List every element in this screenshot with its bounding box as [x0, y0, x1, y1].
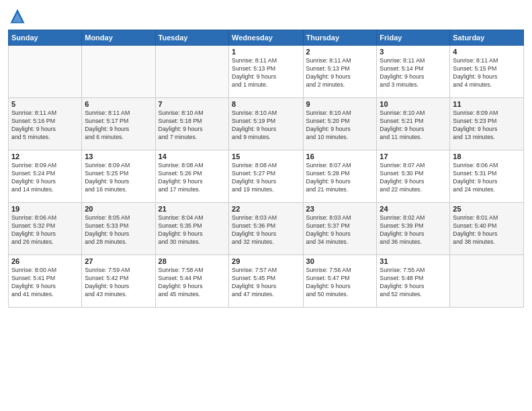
day-info: Sunrise: 8:11 AMSunset: 5:15 PMDaylight:…: [453, 57, 521, 89]
day-number: 11: [453, 100, 521, 108]
day-info: Sunrise: 8:09 AMSunset: 5:24 PMDaylight:…: [11, 162, 79, 194]
day-number: 24: [380, 205, 447, 213]
day-info: Sunrise: 8:09 AMSunset: 5:23 PMDaylight:…: [453, 109, 521, 142]
calendar-cell: 11Sunrise: 8:09 AMSunset: 5:23 PMDayligh…: [450, 98, 524, 150]
day-info: Sunrise: 7:59 AMSunset: 5:42 PMDaylight:…: [85, 267, 152, 299]
calendar-cell: 14Sunrise: 8:08 AMSunset: 5:26 PMDayligh…: [155, 150, 228, 203]
day-number: 18: [453, 152, 521, 161]
day-info: Sunrise: 7:55 AMSunset: 5:48 PMDaylight:…: [380, 267, 447, 299]
page-container: SundayMondayTuesdayWednesdayThursdayFrid…: [0, 0, 532, 313]
day-number: 25: [453, 205, 521, 213]
calendar-cell: 4Sunrise: 8:11 AMSunset: 5:15 PMDaylight…: [450, 46, 524, 98]
calendar-cell: 6Sunrise: 8:11 AMSunset: 5:17 PMDaylight…: [82, 98, 155, 150]
calendar-cell: 18Sunrise: 8:06 AMSunset: 5:31 PMDayligh…: [450, 150, 524, 203]
day-number: 23: [306, 205, 374, 213]
calendar-cell: 17Sunrise: 8:07 AMSunset: 5:30 PMDayligh…: [377, 150, 450, 203]
day-number: 15: [232, 152, 300, 161]
day-info: Sunrise: 8:06 AMSunset: 5:32 PMDaylight:…: [11, 214, 79, 246]
day-number: 1: [232, 48, 300, 56]
day-number: 13: [85, 152, 152, 161]
day-info: Sunrise: 8:10 AMSunset: 5:18 PMDaylight:…: [159, 109, 226, 142]
day-info: Sunrise: 8:05 AMSunset: 5:33 PMDaylight:…: [85, 214, 152, 246]
weekday-header-saturday: Saturday: [450, 30, 524, 46]
day-number: 8: [232, 100, 300, 108]
calendar-cell: [155, 46, 228, 98]
day-number: 31: [380, 257, 447, 265]
calendar-cell: 5Sunrise: 8:11 AMSunset: 5:16 PMDaylight…: [9, 98, 82, 150]
day-number: 10: [380, 100, 447, 108]
calendar-week-row: 26Sunrise: 8:00 AMSunset: 5:41 PMDayligh…: [9, 255, 524, 308]
day-info: Sunrise: 7:57 AMSunset: 5:45 PMDaylight:…: [232, 267, 300, 299]
calendar-cell: 7Sunrise: 8:10 AMSunset: 5:18 PMDaylight…: [155, 98, 228, 150]
day-number: 5: [11, 100, 79, 108]
calendar-cell: 22Sunrise: 8:03 AMSunset: 5:36 PMDayligh…: [229, 203, 303, 255]
day-info: Sunrise: 8:00 AMSunset: 5:41 PMDaylight:…: [11, 267, 79, 299]
calendar-cell: 19Sunrise: 8:06 AMSunset: 5:32 PMDayligh…: [9, 203, 82, 255]
day-info: Sunrise: 8:02 AMSunset: 5:39 PMDaylight:…: [380, 214, 447, 246]
day-number: 14: [159, 152, 226, 161]
weekday-header-wednesday: Wednesday: [229, 30, 303, 46]
header: [8, 7, 524, 26]
logo-icon: [8, 7, 27, 26]
day-info: Sunrise: 8:10 AMSunset: 5:21 PMDaylight:…: [380, 109, 447, 142]
day-info: Sunrise: 8:10 AMSunset: 5:19 PMDaylight:…: [232, 109, 300, 142]
weekday-header-thursday: Thursday: [303, 30, 377, 46]
calendar-cell: 26Sunrise: 8:00 AMSunset: 5:41 PMDayligh…: [9, 255, 82, 308]
calendar-week-row: 19Sunrise: 8:06 AMSunset: 5:32 PMDayligh…: [9, 203, 524, 255]
day-info: Sunrise: 8:06 AMSunset: 5:31 PMDaylight:…: [453, 162, 521, 194]
day-number: 20: [85, 205, 152, 213]
calendar-week-row: 1Sunrise: 8:11 AMSunset: 5:13 PMDaylight…: [9, 46, 524, 98]
calendar-cell: 3Sunrise: 8:11 AMSunset: 5:14 PMDaylight…: [377, 46, 450, 98]
weekday-header-monday: Monday: [82, 30, 155, 46]
calendar-cell: 1Sunrise: 8:11 AMSunset: 5:13 PMDaylight…: [229, 46, 303, 98]
day-number: 17: [380, 152, 447, 161]
calendar-cell: 25Sunrise: 8:01 AMSunset: 5:40 PMDayligh…: [450, 203, 524, 255]
day-info: Sunrise: 8:11 AMSunset: 5:13 PMDaylight:…: [232, 57, 300, 89]
weekday-header-row: SundayMondayTuesdayWednesdayThursdayFrid…: [9, 30, 524, 46]
calendar-cell: 2Sunrise: 8:11 AMSunset: 5:13 PMDaylight…: [303, 46, 377, 98]
day-number: 9: [306, 100, 374, 108]
day-number: 3: [380, 48, 447, 56]
day-info: Sunrise: 8:07 AMSunset: 5:28 PMDaylight:…: [306, 162, 374, 194]
day-info: Sunrise: 8:11 AMSunset: 5:17 PMDaylight:…: [85, 109, 152, 142]
day-number: 27: [85, 257, 152, 265]
day-number: 6: [85, 100, 152, 108]
day-number: 22: [232, 205, 300, 213]
calendar-cell: [450, 255, 524, 308]
day-info: Sunrise: 8:03 AMSunset: 5:37 PMDaylight:…: [306, 214, 374, 246]
calendar-cell: 10Sunrise: 8:10 AMSunset: 5:21 PMDayligh…: [377, 98, 450, 150]
day-number: 16: [306, 152, 374, 161]
day-info: Sunrise: 8:04 AMSunset: 5:35 PMDaylight:…: [159, 214, 226, 246]
day-info: Sunrise: 7:56 AMSunset: 5:47 PMDaylight:…: [306, 267, 374, 299]
day-info: Sunrise: 8:10 AMSunset: 5:20 PMDaylight:…: [306, 109, 374, 142]
day-number: 28: [159, 257, 226, 265]
day-info: Sunrise: 8:08 AMSunset: 5:26 PMDaylight:…: [159, 162, 226, 194]
weekday-header-friday: Friday: [377, 30, 450, 46]
calendar-cell: 20Sunrise: 8:05 AMSunset: 5:33 PMDayligh…: [82, 203, 155, 255]
day-info: Sunrise: 8:01 AMSunset: 5:40 PMDaylight:…: [453, 214, 521, 246]
calendar-cell: 29Sunrise: 7:57 AMSunset: 5:45 PMDayligh…: [229, 255, 303, 308]
day-info: Sunrise: 8:11 AMSunset: 5:14 PMDaylight:…: [380, 57, 447, 89]
day-info: Sunrise: 8:08 AMSunset: 5:27 PMDaylight:…: [232, 162, 300, 194]
day-number: 12: [11, 152, 79, 161]
calendar-table: SundayMondayTuesdayWednesdayThursdayFrid…: [8, 30, 524, 308]
day-number: 26: [11, 257, 79, 265]
day-number: 29: [232, 257, 300, 265]
calendar-week-row: 12Sunrise: 8:09 AMSunset: 5:24 PMDayligh…: [9, 150, 524, 203]
calendar-cell: 9Sunrise: 8:10 AMSunset: 5:20 PMDaylight…: [303, 98, 377, 150]
calendar-week-row: 5Sunrise: 8:11 AMSunset: 5:16 PMDaylight…: [9, 98, 524, 150]
weekday-header-tuesday: Tuesday: [155, 30, 228, 46]
day-info: Sunrise: 8:11 AMSunset: 5:16 PMDaylight:…: [11, 109, 79, 142]
calendar-cell: 30Sunrise: 7:56 AMSunset: 5:47 PMDayligh…: [303, 255, 377, 308]
logo: [8, 7, 30, 26]
day-info: Sunrise: 7:58 AMSunset: 5:44 PMDaylight:…: [159, 267, 226, 299]
day-number: 4: [453, 48, 521, 56]
day-info: Sunrise: 8:09 AMSunset: 5:25 PMDaylight:…: [85, 162, 152, 194]
day-number: 19: [11, 205, 79, 213]
day-number: 2: [306, 48, 374, 56]
weekday-header-sunday: Sunday: [9, 30, 82, 46]
calendar-cell: 24Sunrise: 8:02 AMSunset: 5:39 PMDayligh…: [377, 203, 450, 255]
calendar-cell: 28Sunrise: 7:58 AMSunset: 5:44 PMDayligh…: [155, 255, 228, 308]
calendar-cell: 21Sunrise: 8:04 AMSunset: 5:35 PMDayligh…: [155, 203, 228, 255]
calendar-cell: 13Sunrise: 8:09 AMSunset: 5:25 PMDayligh…: [82, 150, 155, 203]
